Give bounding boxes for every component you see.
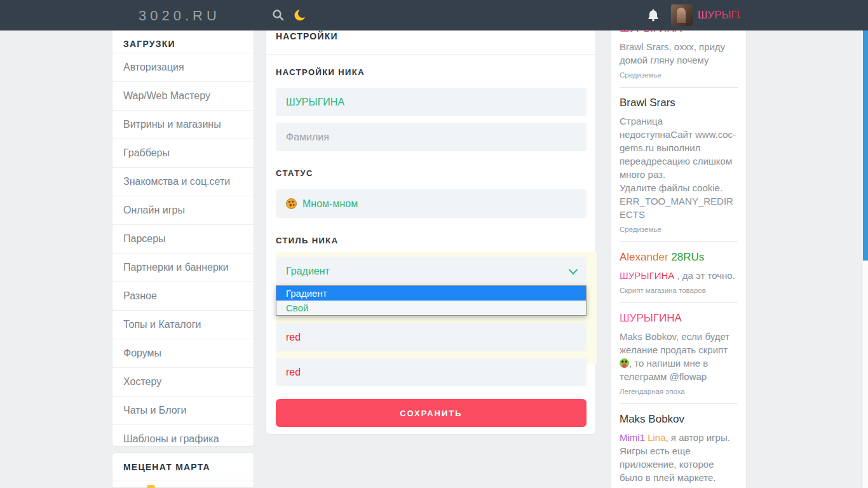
dropdown-option[interactable]: Градиент <box>276 286 586 301</box>
page-scrollbar[interactable] <box>863 0 868 488</box>
sidebar-item[interactable]: Знакомства и соц.сети <box>112 167 254 196</box>
sidebar-item[interactable]: Авторизация <box>112 53 254 81</box>
status-label: СТАТУС <box>276 168 313 178</box>
chat-message: Страница недоступнаСайт www.coc-gems.ru … <box>620 114 738 181</box>
bell-notifications-icon[interactable] <box>647 8 660 24</box>
dropdown-option[interactable]: Свой <box>276 301 586 315</box>
chat-feed: ШУРЫГИНАBrawl Srars, oxxx, приду домой г… <box>620 22 738 488</box>
sidebar-item[interactable]: Топы и Каталоги <box>112 310 254 339</box>
chat-meta: Скрипт магазина товаров <box>620 287 738 294</box>
nick-style-selected-value: Градиент <box>286 266 330 277</box>
chat-message: ERR_TOO_MANY_REDIRECTS <box>620 194 738 221</box>
sidebar-item[interactable]: Хостеру <box>112 367 254 396</box>
chat-message: Maks Bobkov, если будет желание продать … <box>620 330 738 383</box>
sidebar-item[interactable]: Грабберы <box>112 139 254 167</box>
sidebar-item[interactable]: Онлайн игры <box>112 196 254 224</box>
chat-message: Удалите файлы cookie. <box>620 181 738 194</box>
sidebar-downloads-card: ЗАГРУЗКИ АвторизацияWap/Web МастеруВитри… <box>112 0 254 447</box>
search-icon[interactable] <box>272 9 284 24</box>
divider <box>620 241 738 242</box>
sidebar-item[interactable]: Форумы <box>112 339 254 367</box>
chat-entry: Brawl SrarsСтраница недоступнаСайт www.c… <box>620 96 738 233</box>
scrollbar-thumb[interactable] <box>863 29 868 261</box>
sidebar-patron-card: МЕЦЕНАТ МАРТА <box>112 452 254 488</box>
divider <box>266 54 595 55</box>
chat-meta: Легендарная эпоха <box>620 388 738 395</box>
nick-input[interactable] <box>276 88 587 116</box>
gradient-color2-input[interactable] <box>276 358 587 386</box>
divider <box>620 302 738 303</box>
status-input[interactable]: Мном-мном <box>276 189 587 218</box>
divider <box>620 403 738 404</box>
sidebar-item[interactable]: Парсеры <box>112 224 254 253</box>
user-avatar[interactable] <box>671 4 693 26</box>
sidebar-item[interactable]: Разное <box>112 281 254 310</box>
navbar-username[interactable]: ШУРЫГИНА <box>698 9 740 23</box>
chat-message: Модули подходят от заварушки. <box>620 484 738 488</box>
sidebar-menu: АвторизацияWap/Web МастеруВитрины и мага… <box>112 53 254 453</box>
page: ЗАГРУЗКИ АвторизацияWap/Web МастеруВитри… <box>0 0 868 488</box>
sidebar-item[interactable]: Партнерки и баннерки <box>112 253 254 281</box>
sidebar-item[interactable]: Wap/Web Мастеру <box>112 81 254 110</box>
site-logo[interactable]: 3020.RU <box>139 8 220 24</box>
sidebar-item[interactable]: Чаты и Блоги <box>112 396 254 424</box>
chat-author: Brawl Srars <box>620 96 738 110</box>
trophy-emoji-sliver <box>147 485 155 488</box>
chat-message: Mimi1 Lina, я автор игры. <box>620 431 738 444</box>
surname-input[interactable] <box>276 123 587 151</box>
sidebar-item[interactable]: Витрины и магазины <box>112 110 254 139</box>
chat-entry: Maks BobkovMimi1 Lina, я автор игры.Яигр… <box>620 412 738 488</box>
chat-meta: Средиземье <box>620 71 738 79</box>
moon-dark-mode-icon[interactable] <box>294 9 306 24</box>
nick-style-label: СТИЛЬ НИКА <box>276 236 338 245</box>
sidebar-item[interactable]: Шаблоны и графика <box>112 424 254 453</box>
chat-author: ШУРЫГИНА <box>620 311 738 325</box>
gradient-color1-input[interactable] <box>276 323 587 351</box>
sidebar-patron-title: МЕЦЕНАТ МАРТА <box>112 453 254 480</box>
chat-entry: ШУРЫГИНАMaks Bobkov, если будет желание … <box>620 311 738 395</box>
nick-section-label: НАСТРОЙКИ НИКА <box>276 67 365 77</box>
nick-style-dropdown: ГрадиентСвой <box>276 285 587 316</box>
save-button[interactable]: СОХРАНИТЬ <box>276 399 587 427</box>
chat-author: Maks Bobkov <box>620 412 738 426</box>
chat-author: Alexander 28RUs <box>620 250 738 264</box>
chat-message: Яигры есть еще приложение, которое было … <box>620 444 738 484</box>
status-value: Мном-мном <box>302 198 358 210</box>
chat-meta: Средиземье <box>620 226 738 233</box>
chat-message: Brawl Srars, oxxx, приду домой гляну поч… <box>620 40 738 67</box>
page-title: НАСТРОЙКИ <box>276 31 595 41</box>
chat-card: ШУРЫГИНАBrawl Srars, oxxx, приду домой г… <box>611 0 747 488</box>
chevron-down-icon <box>569 265 578 274</box>
top-navbar: 3020.RU ШУРЫГИНА <box>0 0 868 30</box>
chat-message: ШУРЫГИНА , да эт точно. <box>620 269 738 282</box>
nick-style-select[interactable]: Градиент <box>276 257 587 285</box>
cookie-emoji-icon <box>286 198 297 209</box>
chat-entry: Alexander 28RUsШУРЫГИНА , да эт точно.Ск… <box>620 250 738 294</box>
settings-card: НАСТРОЙКИ НАСТРОЙКИ НИКА СТАТУС Мном-мно… <box>266 0 596 435</box>
divider <box>620 87 738 88</box>
